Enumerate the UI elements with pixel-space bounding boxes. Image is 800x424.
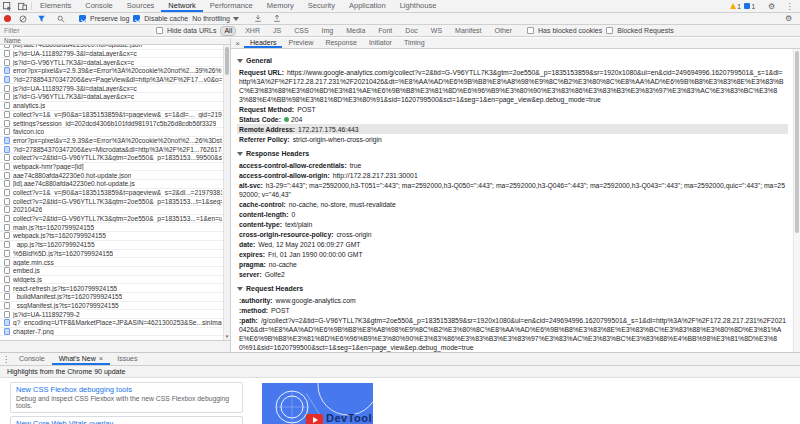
- details-scrollbar[interactable]: [793, 49, 800, 352]
- details-tab[interactable]: Response: [319, 38, 363, 48]
- network-request-row[interactable]: webpack.js?ts=1620799924155: [0, 232, 230, 241]
- search-icon[interactable]: [53, 15, 68, 23]
- has-blocked-cookies-checkbox[interactable]: [527, 27, 534, 34]
- resource-type-pill[interactable]: Other: [491, 26, 517, 36]
- preserve-log-checkbox[interactable]: [79, 15, 86, 22]
- network-request-row[interactable]: q?_encoding=UTF8&MarketPlace=JP&ASIN=462…: [0, 319, 230, 328]
- clear-icon[interactable]: [15, 15, 30, 23]
- requests-scrollbar[interactable]: [223, 45, 230, 340]
- filter-input[interactable]: Filter: [4, 27, 152, 34]
- network-request-row[interactable]: collect?v=2&tid=G-V96YTLL7K3&gtm=2oe550&…: [0, 215, 230, 224]
- network-request-row[interactable]: favicon.ico: [0, 128, 230, 137]
- network-request-row[interactable]: collect?v=2&tid=G-V96YTLL7K3&gtm=2oe550&…: [0, 154, 230, 163]
- network-request-row[interactable]: js?id=G-V96YTLL7K3&l=dataLayer&cx=c: [0, 93, 230, 102]
- resource-type-pill[interactable]: Font: [374, 26, 396, 36]
- network-request-row[interactable]: _buildManifest.js?ts=1620799924155: [0, 293, 230, 302]
- network-request-row[interactable]: js?id=UA-111892799-2: [0, 310, 230, 319]
- inspect-element-icon[interactable]: [0, 0, 15, 12]
- resource-type-pill[interactable]: JS: [269, 26, 285, 36]
- blocked-requests-label: Blocked Requests: [617, 27, 673, 34]
- name-column-header[interactable]: Name: [0, 38, 230, 45]
- main-tab[interactable]: Sources: [120, 0, 162, 12]
- details-tab[interactable]: Headers: [244, 38, 282, 48]
- main-tab[interactable]: Elements: [33, 0, 78, 12]
- network-request-row[interactable]: js?id=UA-111892799-3&l=dataLayer&cx=c: [0, 84, 230, 93]
- network-request-row[interactable]: react-refresh.js?ts=1620799924155: [0, 284, 230, 293]
- resource-type-icon: [4, 189, 10, 196]
- disable-cache-checkbox[interactable]: [133, 15, 140, 22]
- network-request-row[interactable]: error?px=pixel&v=2.9.39&e=Error%3A%20coo…: [0, 137, 230, 146]
- main-tab[interactable]: Memory: [260, 0, 301, 12]
- main-tab[interactable]: Lighthouse: [393, 0, 444, 12]
- network-request-row[interactable]: 20210426: [0, 206, 230, 215]
- network-request-row[interactable]: error?px=pixel&v=2.9.39&e=Error%3A%20coo…: [0, 67, 230, 76]
- network-request-row[interactable]: ?id=278854370347206&ev=Microdata&dl=http…: [0, 145, 230, 154]
- network-request-row[interactable]: %5Bid%5D.js?ts=1620799924155: [0, 250, 230, 259]
- resource-type-pill[interactable]: Media: [342, 26, 369, 36]
- network-request-row[interactable]: [id].aae74c880afda42230e0.hot-update.js: [0, 180, 230, 189]
- network-request-row[interactable]: _app.js?ts=1620799924155: [0, 241, 230, 250]
- resource-type-pill[interactable]: Img: [318, 26, 338, 36]
- drawer-tab[interactable]: Issues: [110, 353, 144, 365]
- drawer-kebab-menu-icon[interactable]: [0, 353, 12, 365]
- kebab-menu-icon[interactable]: [782, 2, 797, 11]
- network-request-row[interactable]: widgets.js: [0, 276, 230, 285]
- close-tab-icon[interactable]: [99, 354, 103, 363]
- details-tab[interactable]: Initiator: [363, 38, 398, 48]
- resource-type-icon: [4, 241, 10, 248]
- network-request-row[interactable]: main.js?ts=1620799924155: [0, 223, 230, 232]
- main-tab[interactable]: Security: [301, 0, 342, 12]
- main-tab[interactable]: Application: [342, 0, 393, 12]
- details-tab[interactable]: Preview: [282, 38, 319, 48]
- device-toolbar-icon[interactable]: [15, 0, 30, 12]
- resource-type-pill[interactable]: Manifest: [451, 26, 485, 36]
- general-section-title[interactable]: General: [237, 56, 788, 65]
- drawer-tab[interactable]: Console: [12, 353, 52, 365]
- scroll-down-arrow[interactable]: [224, 332, 230, 340]
- network-request-row[interactable]: settings?session_id=202dcd4306b101fdd981…: [0, 119, 230, 128]
- throttling-dropdown[interactable]: No throttling: [192, 15, 239, 22]
- scrollbar-thumb[interactable]: [225, 47, 229, 75]
- card-title-link[interactable]: New CSS Flexbox debugging tools: [16, 385, 237, 394]
- filter-funnel-icon[interactable]: [34, 15, 49, 23]
- main-tab[interactable]: Performance: [203, 0, 260, 12]
- warnings-badge[interactable]: 1: [730, 3, 741, 10]
- network-request-row[interactable]: webpack-hmr?page=[id]: [0, 163, 230, 172]
- resource-type-pill[interactable]: WS: [427, 26, 446, 36]
- main-tab[interactable]: Console: [78, 0, 120, 12]
- network-request-row[interactable]: chapter-7.png: [0, 328, 230, 337]
- network-request-row[interactable]: _ssgManifest.js?ts=1620799924155: [0, 302, 230, 311]
- record-button[interactable]: [4, 15, 11, 22]
- request-headers-section-title[interactable]: Request Headers: [237, 284, 788, 293]
- resource-type-pill[interactable]: XHR: [241, 26, 264, 36]
- settings-gear-icon[interactable]: [764, 2, 779, 11]
- export-har-icon[interactable]: [269, 14, 284, 23]
- whats-new-video-thumbnail[interactable]: DevTools: [262, 383, 373, 424]
- response-headers-section-title[interactable]: Response Headers: [237, 149, 788, 158]
- network-request-row[interactable]: collect?v=2&tid=G-V96YTLL7K3&gtm=2oe550&…: [0, 197, 230, 206]
- issues-badge[interactable]: 1: [744, 3, 755, 10]
- card-title-link[interactable]: New Core Web Vitals overlay: [16, 419, 237, 424]
- details-tab[interactable]: Timing: [398, 38, 431, 48]
- main-tab[interactable]: Network: [161, 0, 203, 12]
- resource-type-pill[interactable]: Doc: [401, 26, 421, 36]
- resource-type-pill[interactable]: All: [220, 26, 236, 36]
- resource-type-pill[interactable]: CSS: [290, 26, 312, 36]
- network-request-row[interactable]: collect?v=1&_v=j90&a=1835153859&t=pagevi…: [0, 111, 230, 120]
- network-request-row[interactable]: analytics.js: [0, 102, 230, 111]
- close-details-icon[interactable]: [231, 38, 244, 48]
- drawer-tab[interactable]: What's New: [52, 353, 111, 365]
- blocked-requests-checkbox[interactable]: [606, 27, 613, 34]
- network-request-row[interactable]: js?id=UA-111892799-3&l=dataLayer&cx=c: [0, 50, 230, 59]
- play-button-icon[interactable]: [306, 414, 323, 424]
- network-request-row[interactable]: js?id=G-V96YTLL7K3&l=dataLayer&cx=c: [0, 58, 230, 67]
- hide-data-urls-checkbox[interactable]: [156, 27, 163, 34]
- network-request-row[interactable]: embed.js: [0, 267, 230, 276]
- network-request-row[interactable]: collect?v=1&_v=j90&a=1835153859&t=pagevi…: [0, 189, 230, 198]
- network-request-row[interactable]: agate.min.css: [0, 258, 230, 267]
- network-settings-gear-icon[interactable]: [781, 14, 796, 23]
- import-har-icon[interactable]: [250, 14, 265, 23]
- network-request-row[interactable]: ?id=278854370347206&ev=PageView&dl=http%…: [0, 76, 230, 85]
- scrollbar-thumb[interactable]: [795, 51, 799, 233]
- network-request-row[interactable]: aae74c880afda42230e0.hot-update.json: [0, 171, 230, 180]
